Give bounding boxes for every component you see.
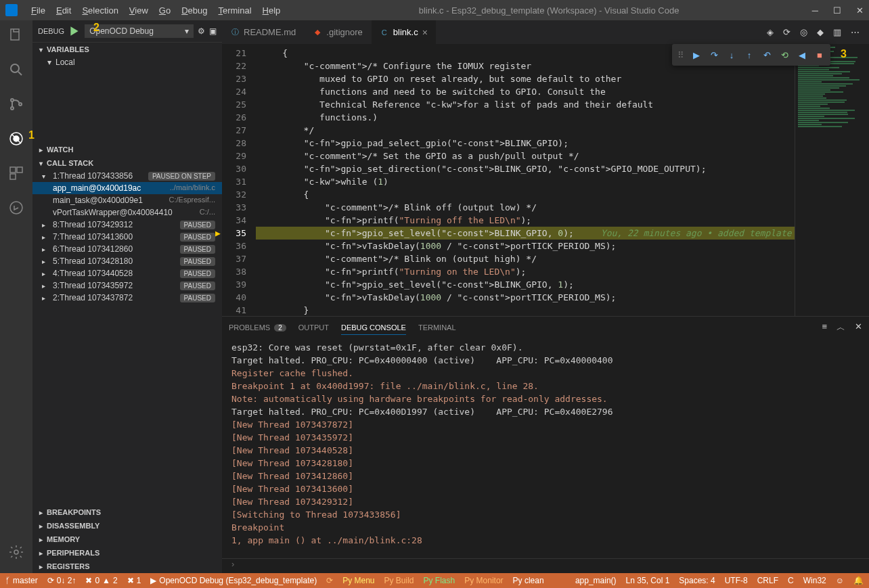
menu-debug[interactable]: Debug (176, 3, 213, 18)
cursor-position[interactable]: Ln 35, Col 1 (626, 576, 670, 585)
disassembly-header[interactable]: ▸DISASSEMBLY (32, 519, 222, 533)
split-editor-icon[interactable]: ▥ (833, 27, 841, 37)
more-icon[interactable]: ⋯ (851, 27, 860, 37)
tab-close-icon[interactable]: × (422, 27, 428, 38)
annotation-1: 1 (28, 129, 35, 141)
reload-icon[interactable]: ⟳ (326, 576, 333, 585)
variables-header[interactable]: ▾VARIABLES (32, 43, 222, 56)
menu-edit[interactable]: Edit (51, 3, 76, 18)
thread-item[interactable]: ▸2:Thread 1073437872PAUSED (32, 292, 222, 304)
pybuild-button[interactable]: Py Build (384, 576, 414, 585)
restart-button[interactable]: ⟲ (776, 47, 793, 63)
scope-status[interactable]: app_main() (575, 576, 617, 585)
debug-status[interactable]: ▶ OpenOCD Debug (Esp32_debug_template) (150, 576, 317, 585)
tab--gitignore[interactable]: ◆.gitignore (305, 20, 371, 44)
extensions-icon[interactable] (8, 165, 24, 183)
start-debug-button[interactable] (68, 25, 81, 37)
code-editor[interactable]: { "c-comment">/* Configure the IOMUX reg… (256, 44, 795, 316)
debug-console-tab[interactable]: DEBUG CONSOLE (341, 321, 406, 335)
breakpoints-header[interactable]: ▸BREAKPOINTS (32, 505, 222, 519)
eol-status[interactable]: CRLF (757, 576, 778, 585)
step-back-button[interactable]: ↶ (759, 47, 775, 63)
stack-frame[interactable]: app_main@0x400d19ac../main/blink.c (32, 182, 222, 194)
search-icon[interactable] (8, 62, 24, 80)
memory-header[interactable]: ▸MEMORY (32, 533, 222, 546)
registers-header[interactable]: ▸REGISTERS (32, 560, 222, 573)
os-status[interactable]: Win32 (803, 576, 826, 585)
pyflash-button[interactable]: Py Flash (424, 576, 455, 585)
debug-icon[interactable]: 1 (8, 131, 24, 149)
thread-item[interactable]: ▸3:Thread 1073435972PAUSED (32, 279, 222, 292)
thread-item[interactable]: ▸7:Thread 1073413600PAUSED (32, 231, 222, 243)
git-compare-icon[interactable]: ◈ (767, 27, 774, 37)
menu-go[interactable]: Go (154, 3, 176, 18)
menu-help[interactable]: Help (257, 3, 286, 18)
stop-button[interactable]: ■ (811, 47, 828, 63)
problems-tab[interactable]: PROBLEMS2 (229, 321, 286, 334)
annotation-3: 3 (841, 48, 847, 60)
panel-collapse-icon[interactable]: ︿ (837, 321, 845, 334)
callstack-header[interactable]: ▾CALL STACK (32, 156, 222, 170)
tab-README-md[interactable]: ⓘREADME.md (222, 20, 305, 44)
watch-header[interactable]: ▸WATCH (32, 143, 222, 156)
editor-tabs: ⓘREADME.md◆.gitignoreCblink.c× ◈ ⟳ ◎ ◆ ▥… (222, 20, 869, 44)
debug-config-select[interactable]: OpenOCD Debug▾ (85, 24, 194, 38)
sync-icon[interactable]: ⟳ (783, 27, 790, 37)
thread-item[interactable]: ▸6:Thread 1073412860PAUSED (32, 243, 222, 255)
line-gutter[interactable]: 2122232425262728293031323334▶35363738394… (222, 44, 256, 316)
annotation-2: 2 (93, 22, 99, 34)
thread-item[interactable]: ▸5:Thread 1073428180PAUSED (32, 255, 222, 267)
panel-filter-icon[interactable]: ≡ (822, 321, 827, 334)
svg-point-13 (14, 550, 18, 554)
pymenu-button[interactable]: Py Menu (342, 576, 374, 585)
local-scope[interactable]: ▾Local (32, 56, 222, 68)
git-sync[interactable]: ⟳ 0↓ 2↑ (47, 576, 76, 585)
step-into-button[interactable]: ↓ (723, 47, 740, 63)
window-title: blink.c - Esp32_debug_template (Workspac… (286, 5, 811, 16)
preview-icon[interactable]: ◎ (800, 27, 807, 37)
stack-frame[interactable]: main_task@0x400d09e1C:/Espressif... (32, 194, 222, 206)
lang-status[interactable]: C (788, 576, 794, 585)
step-out-button[interactable]: ↑ (741, 47, 757, 63)
lint-status[interactable]: ✖ 1 (127, 576, 141, 585)
source-control-icon[interactable] (8, 96, 24, 114)
step-over-button[interactable]: ↷ (706, 47, 722, 63)
toolbar-drag-handle[interactable]: ⠿ (675, 50, 687, 60)
peripherals-header[interactable]: ▸PERIPHERALS (32, 546, 222, 560)
encoding-status[interactable]: UTF-8 (725, 576, 748, 585)
menu-file[interactable]: File (26, 3, 51, 18)
panel-close-icon[interactable]: ✕ (855, 321, 862, 334)
output-tab[interactable]: OUTPUT (298, 321, 329, 334)
explorer-icon[interactable] (8, 27, 24, 45)
git-branch[interactable]: ᚶ master (5, 576, 38, 585)
settings-gear-icon[interactable] (8, 544, 24, 562)
notifications-icon[interactable]: 🔔 (853, 576, 864, 585)
test-icon[interactable] (8, 200, 24, 218)
feedback-icon[interactable]: ☺ (836, 576, 844, 585)
continue-button[interactable]: ▶ (688, 47, 705, 63)
menu-view[interactable]: View (124, 3, 154, 18)
menu-terminal[interactable]: Terminal (213, 3, 257, 18)
thread-item[interactable]: ▸8:Thread 1073429312PAUSED (32, 219, 222, 231)
close-button[interactable]: ✕ (856, 5, 864, 16)
debug-console-input[interactable]: › (222, 558, 869, 573)
problems-status[interactable]: ✖ 0 ▲ 2 (85, 576, 117, 585)
debug-console-output[interactable]: esp32: Core was reset (pwrstat=0x1F, aft… (222, 338, 869, 558)
minimap[interactable] (795, 44, 869, 316)
svg-point-12 (10, 202, 22, 214)
maximize-button[interactable]: ☐ (833, 5, 841, 16)
stack-frame[interactable]: vPortTaskWrapper@0x40084410C:/... (32, 206, 222, 219)
pyclean-button[interactable]: Py clean (513, 576, 544, 585)
debug-console-icon[interactable]: ▣ (209, 26, 217, 36)
indent-status[interactable]: Spaces: 4 (679, 576, 715, 585)
reverse-button[interactable]: ◀ (794, 47, 810, 63)
terminal-tab[interactable]: TERMINAL (418, 321, 456, 334)
debug-settings-icon[interactable]: ⚙ (198, 26, 205, 36)
pymonitor-button[interactable]: Py Monitor (464, 576, 503, 585)
menu-selection[interactable]: Selection (76, 3, 123, 18)
thread-item[interactable]: ▸4:Thread 1073440528PAUSED (32, 267, 222, 279)
thread-item[interactable]: ▾1:Thread 1073433856PAUSED ON STEP (32, 170, 222, 182)
tab-blink-c[interactable]: Cblink.c× (372, 20, 437, 44)
diff-icon[interactable]: ◆ (817, 27, 824, 37)
minimize-button[interactable]: ─ (812, 5, 818, 16)
